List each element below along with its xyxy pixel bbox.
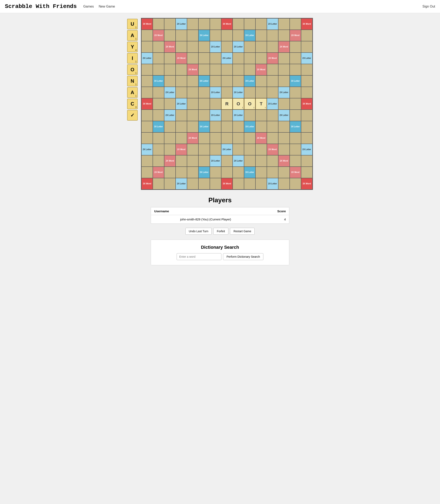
board-cell-5-10[interactable]: [256, 76, 267, 87]
board-cell-5-2[interactable]: [165, 76, 175, 87]
board-cell-6-4[interactable]: [187, 87, 198, 98]
board-cell-14-0[interactable]: 3X Word: [142, 178, 152, 189]
board-cell-1-2[interactable]: [165, 30, 175, 41]
board-cell-7-8[interactable]: O1: [233, 98, 244, 109]
board-cell-11-5[interactable]: [199, 144, 210, 155]
board-cell-8-7[interactable]: [221, 110, 233, 121]
board-cell-5-7[interactable]: [221, 76, 233, 87]
board-cell-14-12[interactable]: [278, 178, 289, 189]
board-cell-13-5[interactable]: 3X Letter: [199, 167, 210, 178]
board-cell-2-1[interactable]: [153, 41, 164, 52]
board-cell-10-7[interactable]: [221, 133, 233, 144]
dictionary-search-button[interactable]: Perform Dictionary Search: [223, 253, 263, 260]
board-cell-8-13[interactable]: [290, 110, 301, 121]
board-cell-13-3[interactable]: [176, 167, 187, 178]
board-cell-3-6[interactable]: [210, 53, 221, 64]
board-cell-5-3[interactable]: [176, 76, 187, 87]
board-cell-12-3[interactable]: [176, 155, 187, 166]
board-cell-2-8[interactable]: 2X Letter: [233, 41, 244, 52]
rack-tile-a[interactable]: A1: [127, 87, 138, 98]
board-cell-0-4[interactable]: [187, 19, 198, 29]
board-cell-9-2[interactable]: [165, 121, 175, 132]
board-cell-6-10[interactable]: [256, 87, 267, 98]
board-cell-12-4[interactable]: [187, 155, 198, 166]
board-cell-1-1[interactable]: 2X Word: [153, 30, 164, 41]
board-cell-6-5[interactable]: [199, 87, 210, 98]
board-cell-13-1[interactable]: 2X Word: [153, 167, 164, 178]
board-cell-10-4[interactable]: 2X Word: [187, 133, 198, 144]
board-cell-8-1[interactable]: [153, 110, 164, 121]
board-cell-3-2[interactable]: [165, 53, 175, 64]
board-cell-12-10[interactable]: [256, 155, 267, 166]
board-cell-3-10[interactable]: [256, 53, 267, 64]
board-cell-7-1[interactable]: [153, 98, 164, 109]
board-cell-8-0[interactable]: [142, 110, 152, 121]
board-cell-0-8[interactable]: [233, 19, 244, 29]
rack-tile-a[interactable]: A1: [127, 30, 138, 41]
board-cell-8-3[interactable]: [176, 110, 187, 121]
board-cell-10-1[interactable]: [153, 133, 164, 144]
board-cell-9-10[interactable]: [256, 121, 267, 132]
board-cell-11-11[interactable]: 2X Word: [267, 144, 278, 155]
board-cell-6-9[interactable]: [244, 87, 255, 98]
board-cell-0-3[interactable]: 2X Letter: [176, 19, 187, 29]
board-cell-2-3[interactable]: [176, 41, 187, 52]
board-cell-2-4[interactable]: [187, 41, 198, 52]
board-cell-6-13[interactable]: [290, 87, 301, 98]
board-cell-2-9[interactable]: [244, 41, 255, 52]
board-cell-9-13[interactable]: 3X Letter: [290, 121, 301, 132]
board-cell-10-9[interactable]: [244, 133, 255, 144]
board-cell-9-11[interactable]: [267, 121, 278, 132]
board-cell-11-9[interactable]: [244, 144, 255, 155]
board-cell-8-11[interactable]: [267, 110, 278, 121]
board-cell-14-7[interactable]: 3X Word: [221, 178, 233, 189]
board-cell-6-6[interactable]: 2X Letter: [210, 87, 221, 98]
forfeit-button[interactable]: Forfeit: [213, 228, 228, 235]
board-cell-13-2[interactable]: [165, 167, 175, 178]
board-cell-14-14[interactable]: 3X Word: [301, 178, 312, 189]
board-cell-0-13[interactable]: [290, 19, 301, 29]
board-cell-14-13[interactable]: [290, 178, 301, 189]
games-link[interactable]: Games: [83, 5, 94, 8]
board-cell-14-3[interactable]: 2X Letter: [176, 178, 187, 189]
board-cell-9-1[interactable]: 3X Letter: [153, 121, 164, 132]
board-cell-0-9[interactable]: [244, 19, 255, 29]
board-cell-0-11[interactable]: 2X Letter: [267, 19, 278, 29]
board-cell-6-14[interactable]: [301, 87, 312, 98]
board-cell-3-0[interactable]: 2X Letter: [142, 53, 152, 64]
board-cell-4-0[interactable]: [142, 64, 152, 75]
board-cell-9-6[interactable]: [210, 121, 221, 132]
board-cell-2-14[interactable]: [301, 41, 312, 52]
board-cell-7-12[interactable]: [278, 98, 289, 109]
board-cell-4-10[interactable]: 2X Word: [256, 64, 267, 75]
board-cell-12-0[interactable]: [142, 155, 152, 166]
board-cell-14-4[interactable]: [187, 178, 198, 189]
board-cell-0-1[interactable]: [153, 19, 164, 29]
board-cell-5-14[interactable]: [301, 76, 312, 87]
board-cell-3-11[interactable]: 2X Word: [267, 53, 278, 64]
board-cell-8-12[interactable]: 2X Letter: [278, 110, 289, 121]
board-cell-10-2[interactable]: [165, 133, 175, 144]
board-cell-5-12[interactable]: [278, 76, 289, 87]
board-cell-11-7[interactable]: 2X Letter: [221, 144, 233, 155]
scrabble-board[interactable]: 3X Word2X Letter3X Word2X Letter3X Word2…: [141, 18, 313, 190]
board-cell-13-7[interactable]: [221, 167, 233, 178]
board-cell-12-8[interactable]: 2X Letter: [233, 155, 244, 166]
board-cell-5-1[interactable]: 3X Letter: [153, 76, 164, 87]
board-cell-9-9[interactable]: 3X Letter: [244, 121, 255, 132]
board-cell-8-10[interactable]: [256, 110, 267, 121]
board-cell-2-12[interactable]: 2X Word: [278, 41, 289, 52]
board-cell-10-11[interactable]: [267, 133, 278, 144]
board-cell-4-4[interactable]: 2X Word: [187, 64, 198, 75]
board-cell-11-3[interactable]: 2X Word: [176, 144, 187, 155]
board-cell-1-6[interactable]: [210, 30, 221, 41]
board-cell-8-4[interactable]: [187, 110, 198, 121]
board-cell-4-12[interactable]: [278, 64, 289, 75]
board-cell-11-4[interactable]: [187, 144, 198, 155]
board-cell-5-9[interactable]: 3X Letter: [244, 76, 255, 87]
board-cell-1-10[interactable]: [256, 30, 267, 41]
board-cell-8-14[interactable]: [301, 110, 312, 121]
board-cell-9-4[interactable]: [187, 121, 198, 132]
board-cell-9-3[interactable]: [176, 121, 187, 132]
board-cell-12-1[interactable]: [153, 155, 164, 166]
